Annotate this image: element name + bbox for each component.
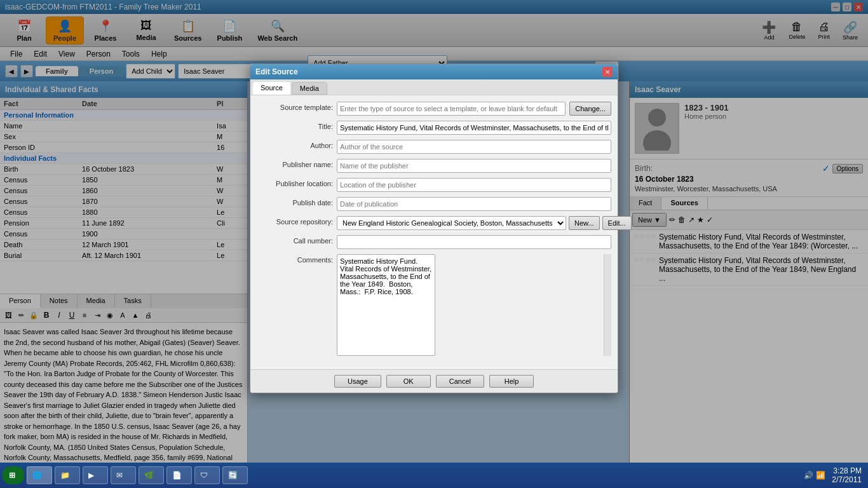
publisher-name-label: Publisher name: xyxy=(257,159,333,168)
new-repo-button[interactable]: New... xyxy=(569,216,600,230)
publish-date-row: Publish date: xyxy=(257,197,611,211)
taskbar-shield[interactable]: 🛡 xyxy=(194,466,220,484)
call-number-label: Call number: xyxy=(257,235,333,245)
call-number-input[interactable] xyxy=(337,235,611,249)
modal-tabs: Source Media xyxy=(250,79,618,95)
modal-title-text: Edit Source xyxy=(255,67,298,76)
email-icon: ✉ xyxy=(116,471,123,480)
pdf-icon: 📄 xyxy=(172,471,182,480)
source-template-input[interactable] xyxy=(337,102,566,116)
cancel-button[interactable]: Cancel xyxy=(436,375,484,388)
app1-icon: 🌿 xyxy=(144,471,154,480)
taskbar-refresh[interactable]: 🔄 xyxy=(222,466,248,484)
author-row: Author: xyxy=(257,140,611,154)
repository-group: New England Historic Genealogical Societ… xyxy=(337,216,632,230)
taskbar-app1[interactable]: 🌿 xyxy=(139,466,164,484)
taskbar-media[interactable]: ▶ xyxy=(83,466,108,484)
refresh-icon: 🔄 xyxy=(228,471,238,480)
publisher-location-label: Publisher location: xyxy=(257,178,333,187)
modal-footer: Usage OK Cancel Help xyxy=(250,369,618,393)
source-template-row: Source template: Change... xyxy=(257,102,611,116)
publish-date-input[interactable] xyxy=(337,197,611,211)
publisher-location-row: Publisher location: xyxy=(257,178,611,192)
title-label: Title: xyxy=(257,121,333,130)
modal-body: Source template: Change... Title: Author… xyxy=(250,95,618,369)
edit-repo-button[interactable]: Edit... xyxy=(602,216,632,230)
network-icon: 🔊 xyxy=(804,471,813,480)
title-row: Title: xyxy=(257,121,611,135)
source-repository-select[interactable]: New England Historic Genealogical Societ… xyxy=(337,216,566,230)
taskbar-folder[interactable]: 📁 xyxy=(55,466,80,484)
change-button[interactable]: Change... xyxy=(569,102,611,116)
source-repository-row: Source repository: New England Historic … xyxy=(257,216,611,230)
publish-date-label: Publish date: xyxy=(257,197,333,207)
source-template-label: Source template: xyxy=(257,102,333,111)
media-player-icon: ▶ xyxy=(88,471,94,480)
modal-overlay: Edit Source ✕ Source Media Source templa… xyxy=(0,0,868,463)
volume-icon: 📶 xyxy=(816,471,825,480)
taskbar-ie[interactable]: 🌐 xyxy=(27,466,52,484)
folder-icon: 📁 xyxy=(60,471,70,480)
taskbar-pdf[interactable]: 📄 xyxy=(166,466,192,484)
ok-button[interactable]: OK xyxy=(386,375,431,388)
publisher-location-input[interactable] xyxy=(337,178,611,192)
start-button[interactable]: ⊞ xyxy=(3,466,24,484)
ie-icon: 🌐 xyxy=(32,471,42,480)
modal-titlebar: Edit Source ✕ xyxy=(250,64,618,79)
help-button[interactable]: Help xyxy=(489,375,534,388)
publisher-name-input[interactable] xyxy=(337,159,611,173)
comments-row: Comments: Systematic History Fund. Vital… xyxy=(257,254,611,358)
usage-button[interactable]: Usage xyxy=(334,375,381,388)
comments-textarea[interactable]: Systematic History Fund. Vital Records o… xyxy=(337,254,435,356)
author-input[interactable] xyxy=(337,140,611,154)
clock: 3:28 PM 2/7/2011 xyxy=(828,466,865,484)
taskbar: ⊞ 🌐 📁 ▶ ✉ 🌿 📄 🛡 🔄 🔊 📶 3:28 PM 2/7/2011 xyxy=(0,463,868,488)
windows-logo: ⊞ xyxy=(9,471,15,480)
scrollbar[interactable] xyxy=(604,254,611,356)
source-repository-label: Source repository: xyxy=(257,216,333,226)
author-label: Author: xyxy=(257,140,333,149)
call-number-row: Call number: xyxy=(257,235,611,249)
clock-date: 2/7/2011 xyxy=(832,475,862,484)
publisher-name-row: Publisher name: xyxy=(257,159,611,173)
modal-close-button[interactable]: ✕ xyxy=(602,67,613,77)
clock-time: 3:28 PM xyxy=(832,466,862,475)
shield-icon: 🛡 xyxy=(200,471,208,480)
taskbar-right: 🔊 📶 3:28 PM 2/7/2011 xyxy=(804,466,865,484)
modal-tab-source[interactable]: Source xyxy=(253,82,290,95)
edit-source-modal: Edit Source ✕ Source Media Source templa… xyxy=(250,64,618,393)
comments-label: Comments: xyxy=(257,254,333,264)
taskbar-email[interactable]: ✉ xyxy=(111,466,136,484)
title-input[interactable] xyxy=(337,121,611,135)
modal-tab-media[interactable]: Media xyxy=(292,82,327,95)
